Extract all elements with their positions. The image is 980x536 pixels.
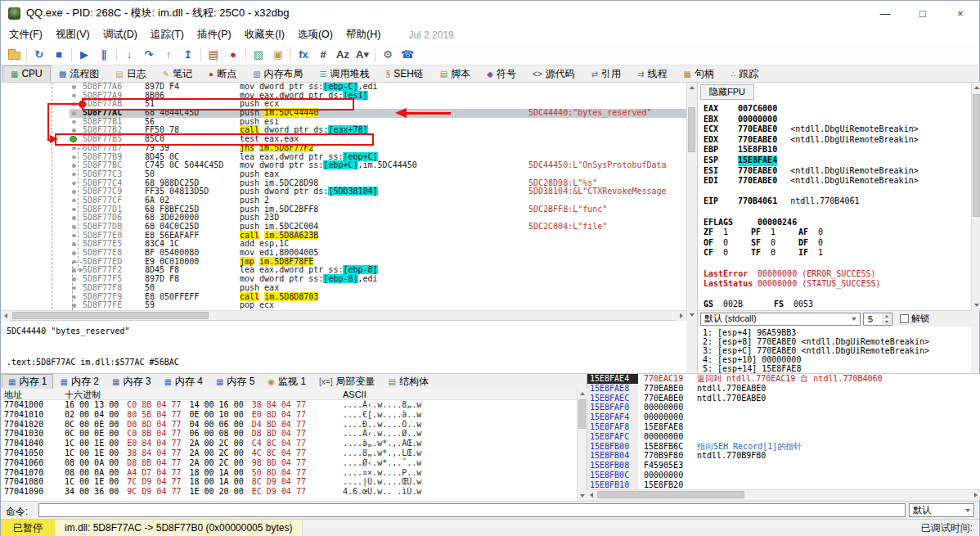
argument-row[interactable]: 5: [esp+14] 15E8FAE8	[698, 364, 971, 373]
instruction-dot[interactable]	[72, 102, 76, 106]
instruction-dot[interactable]	[72, 234, 76, 238]
font-icon[interactable]: A▾	[353, 46, 372, 64]
argument-row[interactable]: 1: [esp+4] 96A59BB3	[698, 328, 971, 337]
stack-hscrollbar[interactable]	[587, 489, 980, 499]
disasm-vscrollbar[interactable]	[686, 83, 696, 320]
scroll-thumb[interactable]	[973, 94, 980, 217]
instruction-dot[interactable]	[72, 164, 76, 168]
stack-row[interactable]: 15E8FAF400000000	[587, 412, 980, 422]
scroll-up-button[interactable]	[972, 83, 980, 92]
register-row-eax[interactable]: EAX007C6000	[698, 104, 971, 115]
tab-references[interactable]: ⇄引用	[583, 65, 629, 82]
stack-row[interactable]: 15E8FB04770B9F80ntdll.770B9F80	[587, 451, 980, 461]
tab-dump1[interactable]: ▦内存 1	[2, 374, 53, 389]
scroll-thumb[interactable]	[597, 491, 744, 498]
tab-struct[interactable]: ▤结构体	[382, 374, 435, 389]
registers-pane[interactable]: 隐藏FPU EAX007C6000EBX00000000ECX770EABE0<…	[697, 83, 971, 310]
instruction-dot[interactable]	[72, 85, 76, 89]
instruction-dot[interactable]	[72, 225, 76, 229]
argument-row[interactable]: 3: [esp+C] 770EABE0 <ntdll.DbgUiRemoteBr…	[698, 346, 971, 355]
tab-symbols[interactable]: ◆符号	[479, 65, 524, 82]
disassembly-pane[interactable]: 5D8F77A6897D F4mov dword ptr ss:[ebp-C],…	[1, 83, 686, 310]
minimize-button[interactable]: —	[866, 1, 904, 25]
register-row-esp[interactable]: ESP15E8FAE4	[698, 155, 971, 166]
register-row-ebx[interactable]: EBX00000000	[698, 115, 971, 125]
scroll-left-button[interactable]	[1, 311, 11, 321]
memory-vscrollbar[interactable]	[577, 389, 587, 501]
instruction-dot[interactable]	[72, 295, 76, 300]
instruction-dot[interactable]	[72, 251, 76, 255]
stepper-up-button[interactable]	[882, 314, 891, 319]
tab-watch1[interactable]: ◉监视 1	[261, 374, 312, 389]
pause-icon[interactable]: ∥	[94, 46, 114, 64]
step-over-icon[interactable]: ↷	[139, 46, 159, 64]
memory-row[interactable]: 7704109034 00 36 009C D9 04 771E 00 20 0…	[1, 487, 577, 497]
tab-locals[interactable]: [x=]局部变量	[312, 374, 381, 389]
stack-row[interactable]: 15E8FAF815E8FAE8	[587, 422, 980, 432]
tab-notes[interactable]: ✎笔记	[155, 65, 200, 82]
memory-row[interactable]: 770410300C 00 0E 00C0 8B 04 7706 00 08 0…	[1, 429, 577, 439]
run-icon[interactable]: ▶	[74, 46, 94, 64]
command-input[interactable]	[38, 503, 906, 517]
register-row-edx[interactable]: EDX770EABE0<ntdll.DbgUiRemoteBreakin>	[698, 135, 971, 146]
menu-item[interactable]: 文件(F)	[2, 26, 49, 43]
tab-trace[interactable]: ∴跟踪	[722, 65, 766, 82]
stack-row[interactable]: 15E8FB1015E8FB20	[587, 480, 980, 489]
instruction-dot[interactable]	[72, 173, 76, 177]
menu-item[interactable]: 帮助(H)	[339, 26, 387, 43]
settings-gear-icon[interactable]: ⚙	[378, 46, 398, 64]
stack-row[interactable]: 15E8FAE4770EAC19返回到 ntdll.770EAC19 自 ntd…	[587, 374, 980, 384]
open-file-icon[interactable]	[4, 46, 24, 64]
command-profile-select[interactable]: 默认	[909, 503, 974, 517]
instruction-dot[interactable]	[72, 120, 76, 124]
menu-item[interactable]: 选项(O)	[291, 26, 339, 43]
memory-dump-pane[interactable]: 地址 十六进制 ASCII 7704100016 00 13 00C0 8B 0…	[1, 389, 577, 501]
instruction-dot[interactable]	[72, 208, 76, 212]
tab-source[interactable]: <>源代码	[524, 65, 583, 82]
help-phone-icon[interactable]: ☎	[398, 46, 417, 64]
instruction-dot[interactable]	[72, 242, 76, 246]
instruction-dot[interactable]	[72, 286, 76, 291]
scroll-thumb[interactable]	[12, 312, 209, 319]
tab-cpu[interactable]: ▦CPU	[2, 65, 51, 82]
memory-row[interactable]: 770410401C 00 1E 00E0 84 04 772A 00 2C 0…	[1, 439, 577, 448]
stop-icon[interactable]: ■	[49, 46, 69, 64]
register-row-edi[interactable]: EDI770EABE0<ntdll.DbgUiRemoteBreakin>	[698, 176, 971, 187]
close-button[interactable]: ×	[942, 1, 979, 25]
stack-row[interactable]: 15E8FAFC00000000	[587, 432, 980, 442]
instruction-dot[interactable]	[72, 268, 76, 273]
calculator-fx-icon[interactable]: fx	[294, 46, 313, 64]
stack-row[interactable]: 15E8FB08F45905E3	[587, 461, 980, 471]
tab-script[interactable]: ▤脚本	[432, 65, 479, 82]
tab-dump3[interactable]: ▦内存 3	[106, 374, 157, 389]
memory-row[interactable]: 770410801C 00 1E 007C D9 04 7718 00 1A 0…	[1, 477, 577, 487]
scroll-right-button[interactable]	[677, 311, 686, 321]
stack-row[interactable]: 15E8FB0015E8FB6C指向SEH_Record[1]的指针	[587, 442, 980, 452]
instruction-dot[interactable]	[72, 94, 76, 98]
label-hash-icon[interactable]: #	[313, 46, 333, 64]
memory-row[interactable]: 7704100016 00 13 00C0 8B 04 7714 00 16 0…	[1, 400, 577, 410]
instruction-dot[interactable]	[72, 111, 76, 115]
breakpoint-dot[interactable]	[70, 136, 77, 143]
tab-memory-map[interactable]: ▥内存布局	[245, 65, 311, 82]
register-row-eip[interactable]: EIP770B4061ntdll.770B4061	[698, 196, 971, 207]
registers-vscrollbar[interactable]	[971, 83, 980, 310]
tab-graph[interactable]: ▩流程图	[51, 65, 107, 82]
case-az-icon[interactable]: Az	[333, 46, 353, 64]
disasm-row[interactable]: 5D8F77F850push eax	[1, 284, 686, 293]
memory-row[interactable]: 7704101002 00 04 0080 5B 04 770E 00 10 0…	[1, 410, 577, 420]
scroll-up-button[interactable]	[687, 83, 697, 92]
tab-dump5[interactable]: ▦内存 5	[209, 374, 261, 389]
unlock-checkbox[interactable]	[900, 314, 909, 323]
memory-row[interactable]: 7704107008 00 0A 00A4 D7 04 7718 00 1A 0…	[1, 468, 577, 478]
instruction-dot[interactable]	[72, 304, 76, 308]
tab-dump2[interactable]: ▦内存 2	[53, 374, 105, 389]
hide-fpu-button[interactable]: 隐藏FPU	[700, 84, 754, 100]
scroll-thumb[interactable]	[578, 399, 586, 429]
flags-row[interactable]: CF0TF0IF1	[698, 248, 971, 259]
stack-pane[interactable]: 15E8FAE4770EAC19返回到 ntdll.770EAC19 自 ntd…	[587, 373, 980, 489]
last-status-row[interactable]: LastStatus00000000 (STATUS_SUCCESS)	[698, 279, 971, 290]
arguments-pane[interactable]: 1: [esp+4] 96A59BB32: [esp+8] 770EABE0 <…	[697, 327, 971, 373]
argument-count-stepper[interactable]: 5	[863, 313, 892, 326]
menu-item[interactable]: 插件(P)	[191, 26, 238, 43]
